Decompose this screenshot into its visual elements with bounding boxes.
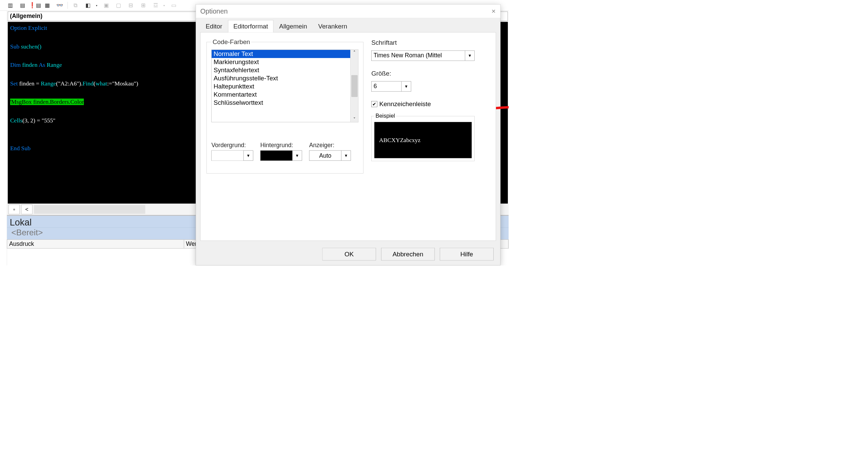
code-colors-legend: Code-Farben bbox=[212, 38, 252, 46]
font-dropdown[interactable]: Times New Roman (Mittel ▼ bbox=[371, 51, 475, 61]
code-text: ("A2:A6"). bbox=[56, 80, 82, 86]
identifier: Range bbox=[47, 62, 62, 68]
send-back-icon: ▢ bbox=[114, 1, 123, 10]
indicator-dropdown[interactable]: Auto ▼ bbox=[309, 151, 351, 161]
watch-icon[interactable]: 👓 bbox=[55, 1, 64, 10]
tab-docking[interactable]: Verankern bbox=[313, 20, 353, 32]
identifier: finden bbox=[22, 62, 38, 68]
toolbar-dropdown-arrow bbox=[163, 3, 166, 7]
dialog-titlebar[interactable]: Optionen ✕ bbox=[196, 4, 500, 18]
list-item[interactable]: Syntaxfehlertext bbox=[212, 66, 350, 74]
chevron-down-icon[interactable]: ▼ bbox=[341, 151, 351, 160]
toolbar-button[interactable]: ❗▤ bbox=[31, 1, 39, 10]
chevron-down-icon[interactable]: ▼ bbox=[243, 151, 253, 160]
ok-button[interactable]: OK bbox=[322, 248, 376, 261]
locals-col-expression[interactable]: Ausdruck bbox=[7, 240, 184, 248]
list-item[interactable]: Kommentartext bbox=[212, 91, 350, 99]
listbox-scrollbar[interactable]: ˄ ˅ bbox=[350, 50, 358, 122]
highlighted-comment: 'MsgBox finden.Borders.Color bbox=[10, 99, 84, 105]
foreground-label: Vordergrund: bbox=[212, 142, 253, 149]
cancel-button[interactable]: Abbrechen bbox=[381, 248, 435, 261]
toolbar-dropdown-arrow[interactable] bbox=[96, 3, 98, 7]
color-swatch-black bbox=[260, 151, 292, 160]
identifier: Range bbox=[41, 80, 56, 86]
list-item[interactable]: Ausführungsstelle-Text bbox=[212, 74, 350, 82]
dialog-tabpage: Code-Farben Normaler Text Markierungstex… bbox=[200, 32, 496, 241]
chevron-down-icon[interactable]: ▼ bbox=[292, 151, 302, 160]
align-icon: ⊟ bbox=[126, 1, 135, 10]
background-dropdown[interactable]: ▼ bbox=[260, 151, 302, 161]
bring-front-icon: ▣ bbox=[102, 1, 111, 10]
code-text: (3, 2) = "555" bbox=[22, 117, 56, 123]
list-item[interactable]: Haltepunkttext bbox=[212, 82, 350, 91]
indicator-value: Auto bbox=[309, 151, 341, 160]
dialog-tabs: Editor Editorformat Allgemein Verankern bbox=[200, 20, 496, 32]
identifier: what bbox=[96, 80, 107, 86]
align-icon: ☲ bbox=[151, 1, 160, 10]
toolbar-separator bbox=[67, 2, 68, 9]
toolbar-button[interactable]: ▦ bbox=[43, 1, 52, 10]
code-text: :="Moskau") bbox=[107, 80, 138, 86]
identifier: suchen() bbox=[21, 43, 42, 50]
toolbar-button: ▭ bbox=[170, 1, 178, 10]
close-icon[interactable]: ✕ bbox=[491, 8, 496, 14]
chevron-down-icon[interactable]: ▼ bbox=[401, 81, 411, 91]
toolbar-button[interactable]: ▥ bbox=[6, 1, 15, 10]
font-settings-column: Schriftart Times New Roman (Mittel ▼ Grö… bbox=[371, 38, 490, 235]
size-dropdown-value: 6 bbox=[372, 81, 401, 91]
keyword: Sub bbox=[10, 43, 19, 50]
tab-editor[interactable]: Editor bbox=[200, 20, 228, 32]
identifier: Cells bbox=[10, 117, 22, 123]
keyword: Sub bbox=[21, 145, 31, 151]
indicator-label: Anzeiger: bbox=[309, 142, 351, 149]
options-dialog: Optionen ✕ Editor Editorformat Allgemein… bbox=[196, 4, 500, 265]
list-item[interactable]: Markierungstext bbox=[212, 58, 350, 66]
code-colors-group: Code-Farben Normaler Text Markierungstex… bbox=[206, 38, 363, 173]
keyword: Dim bbox=[10, 62, 21, 68]
code-text: finden = bbox=[19, 80, 41, 86]
size-label: Größe: bbox=[371, 70, 490, 77]
dialog-title-text: Optionen bbox=[200, 7, 228, 15]
scroll-down-icon[interactable]: ˅ bbox=[353, 117, 355, 122]
list-item[interactable]: Schlüsselworttext bbox=[212, 99, 350, 107]
dialog-body: Editor Editorformat Allgemein Verankern … bbox=[196, 18, 500, 265]
scroll-thumb[interactable] bbox=[351, 75, 358, 97]
scroll-up-icon[interactable]: ˄ bbox=[353, 50, 355, 55]
dialog-button-row: OK Abbrechen Hilfe bbox=[322, 248, 493, 261]
sample-group: Beispiel ABCXYZabcxyz bbox=[371, 113, 475, 161]
tab-general[interactable]: Allgemein bbox=[274, 20, 312, 32]
tab-editorformat[interactable]: Editorformat bbox=[228, 20, 273, 32]
chevron-down-icon[interactable]: ▼ bbox=[465, 51, 474, 60]
sample-preview: ABCXYZabcxyz bbox=[374, 122, 472, 158]
foreground-dropdown[interactable]: ▼ bbox=[212, 151, 253, 161]
sheet-tab-nav[interactable]: < bbox=[21, 204, 33, 214]
help-button[interactable]: Hilfe bbox=[440, 248, 493, 261]
align-icon: ⊞ bbox=[139, 1, 148, 10]
keyword: Option bbox=[10, 25, 27, 31]
group-icon: ⧉ bbox=[71, 1, 80, 10]
keyword: Set bbox=[10, 80, 18, 86]
font-dropdown-value: Times New Roman (Mittel bbox=[372, 51, 465, 60]
checkbox-icon[interactable]: ✔ bbox=[371, 101, 377, 107]
margin-indicator-checkbox[interactable]: ✔ Kennzeichenleiste bbox=[371, 100, 490, 108]
color-swatch-white bbox=[212, 151, 243, 160]
sheet-tab-scroll[interactable] bbox=[34, 205, 145, 214]
keyword: As bbox=[39, 62, 45, 68]
project-explorer-strip bbox=[0, 11, 7, 265]
size-dropdown[interactable]: 6 ▼ bbox=[371, 81, 411, 92]
code-colors-listbox[interactable]: Normaler Text Markierungstext Syntaxfehl… bbox=[212, 50, 359, 122]
keyword: Explicit bbox=[28, 25, 47, 31]
sample-legend: Beispiel bbox=[374, 113, 396, 119]
listbox-items[interactable]: Normaler Text Markierungstext Syntaxfehl… bbox=[212, 50, 350, 122]
sheet-tab-left[interactable]: ▫ bbox=[8, 204, 20, 214]
identifier: Find bbox=[83, 80, 94, 86]
color-picker-row: Vordergrund: ▼ Hintergrund: ▼ bbox=[212, 142, 359, 161]
keyword: End bbox=[10, 145, 20, 151]
list-item[interactable]: Normaler Text bbox=[212, 50, 350, 58]
checkbox-label: Kennzeichenleiste bbox=[379, 100, 431, 108]
toolbar-button[interactable]: ◧ bbox=[84, 1, 93, 10]
font-label: Schriftart bbox=[371, 39, 490, 46]
toolbar-button[interactable]: ▤ bbox=[18, 1, 27, 10]
background-label: Hintergrund: bbox=[260, 142, 302, 149]
